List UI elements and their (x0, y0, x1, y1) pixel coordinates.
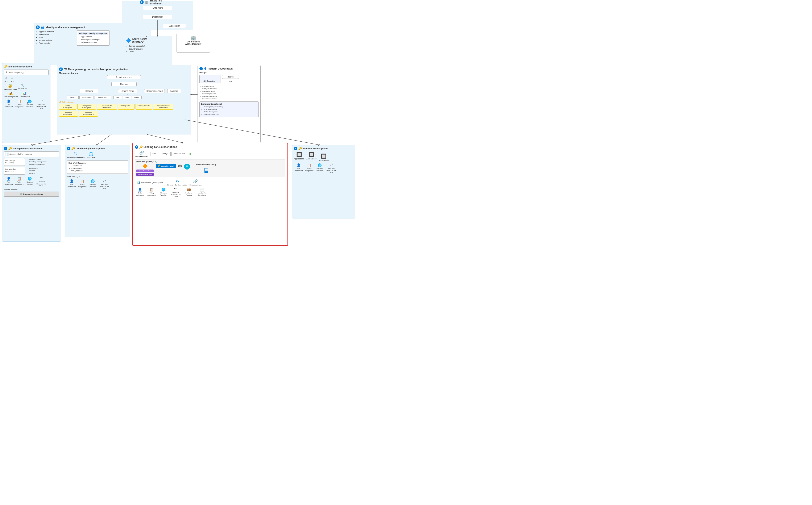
landing-zone-subs-section: F 🔑 Landing zone subscriptions 🔗 Virtual… (132, 143, 288, 246)
badge-i: I (199, 67, 203, 70)
conn-subs-title: Connectivity subscriptions (75, 147, 105, 150)
identity-sub-box: Identity subscription (59, 104, 76, 110)
mgmt-group-section: C 🏗 Management group and subscription or… (57, 65, 191, 135)
extra-icons: 👁 M (178, 164, 190, 170)
conn-sub-box: Connectivity subscription (97, 104, 117, 110)
resource-groups-section: Resource groups(s) 🔧 🔶 User Node Pool Sy… (135, 159, 285, 177)
enrollment-box: Enrollment (143, 6, 172, 10)
aad-section: 🔷 Azure ActiveDirectory Service principa… (124, 36, 172, 69)
tenant-root-box: Tenant root group (107, 75, 141, 79)
dc-row: 🖥 DC1 🖥 DC2 (4, 76, 48, 82)
lz-a1-box: Landing zone A1 (118, 104, 135, 110)
aad-title: Azure ActiveDirectory (132, 38, 147, 43)
log-analytics-row: Log analytics workspace Dashboards Queri… (4, 167, 59, 175)
corp-box: Corp (123, 96, 131, 99)
ddos-dns-row: 🛡 Azure DDoS Standard 🌐 Azure DNS (67, 152, 128, 159)
onprem-systems-box: 🏢 On-premises systems (4, 192, 59, 197)
v-line (124, 80, 124, 81)
sandbox2-box: Sandbox subscription 2 (79, 111, 98, 117)
onprem-title: On-premisesActive Directory (178, 40, 208, 45)
iam-list: Approval workflow Notifications MFA Acce… (36, 30, 65, 45)
connectivity-mg-box: Connectivity (95, 96, 111, 99)
mgmt-title: Management group and subscription organi… (68, 68, 128, 71)
department-box: Department (143, 15, 172, 19)
nsg-box: NSG/ASG(s) (171, 152, 187, 156)
pipeline-box: Deployment pipeline(s) Subscription prov… (199, 102, 259, 117)
lz-subs-title: Landing zone subscriptions (144, 146, 177, 149)
sandbox-bottom-icons: 👤 Role entitlement 📋 Policy assignment 🌐… (294, 163, 353, 174)
user-node-pool: User Node Pool (136, 170, 154, 172)
aad-list: Service principal(s) Security group(s) U… (126, 45, 170, 53)
identity-subs-section: 🔑 Identity subscriptions 🖥 Resource grou… (2, 63, 50, 143)
sandbox1-box: Sandbox subscription 1 (59, 111, 78, 117)
udr-box: UDR(s) (160, 152, 171, 156)
sandbox-subs-title: Sandbox subscriptions (303, 147, 328, 150)
lz-bottom-icons: 👤 Role entitlement 📋 Policy assignment 🌐… (135, 188, 285, 198)
git-boards-row: ⬡ Git Repository Boards Wiki (199, 75, 259, 83)
badge-f: F (135, 145, 138, 149)
online-box: Online (132, 96, 142, 99)
hub-vnet-box: Hub VNet Region 1 Azure Firewall Express… (67, 161, 128, 174)
recovery-vault: ♻ Recovery Services vault(s) (167, 179, 187, 186)
identity-mg-box: Identity (67, 96, 78, 99)
dc1-label: DC1 (4, 80, 8, 82)
log-analytics-box: Log analytics workspace (4, 167, 25, 175)
conn-bottom-icons: 👤 Role entitlement 📋 Policy assignment 🌐… (67, 179, 128, 189)
badge-b: B (36, 25, 40, 29)
badge-a: A (140, 0, 144, 4)
resource-groups-box: 🖥 Resource group(s) (4, 69, 48, 75)
vnet-row: 🔗 Virtual network DNS UDR(s) NSG/ASG(s) … (135, 150, 285, 158)
definitions-list: Role definitions PolicySet definitions P… (199, 85, 259, 100)
devops-title: Platform DevOps team (208, 67, 232, 70)
mgmt-bottom-icons: 👤 Role entitlement 📋 Policy assignment 🌐… (4, 177, 59, 187)
mgmt-subs-title: Management subscriptions (13, 147, 42, 150)
v-line3 (89, 94, 89, 95)
mgmt-sub-box: Management subscription (77, 104, 96, 110)
lz-dashboards-box: 📊 Dashboards (Azure portal) (135, 179, 165, 186)
decom-sub-box: Decommissioned subscription (153, 104, 173, 110)
diagram-container: A 🏢 Enterprise enrollment Enrollment Dep… (0, 0, 406, 252)
hline1 (154, 26, 159, 26)
connectivity-subs-section: E 🔑 Connectivity subscriptions 🛡 Azure D… (65, 145, 130, 237)
arrow-to-pim (68, 38, 74, 38)
node-rg-section: Node Resource Group 🖥 (196, 164, 216, 174)
dns-box: DNS (150, 152, 159, 156)
boards-box: Boards (222, 75, 239, 79)
vnet-peering-label: VNet peering → (67, 175, 128, 177)
cost-monitor-row: 💰 Cost management 📊 Azure Monitor (4, 92, 48, 98)
onprem-ad-section: 🏢 On-premisesActive Directory (176, 34, 210, 52)
dc2-label: DC2 (10, 80, 14, 82)
identity-subs-title: Identity subscriptions (8, 65, 32, 68)
badge-e: E (67, 147, 70, 150)
iam-title: Identity and access management (46, 26, 85, 29)
svg-line-4 (97, 135, 111, 145)
decommissioned-box: Decommissioned (144, 89, 165, 93)
subscription-box: Subscription (163, 24, 186, 28)
lz-a2-box: Landing zone A2 (136, 104, 152, 110)
platform-box: Platform (79, 89, 98, 93)
git-repo-box: ⬡ Git Repository (199, 75, 220, 83)
enterprise-enrollment-title: Enterprise enrollment (149, 0, 175, 5)
automation-list: Change tracking Inventory management Upd… (26, 158, 46, 166)
subset-label: Subset (4, 189, 59, 191)
svg-line-5 (147, 135, 183, 143)
sap-box: SAP (114, 96, 122, 99)
lz-services-row: 📊 Dashboards (Azure portal) ♻ Recovery S… (135, 179, 285, 186)
devops-label: DevOps (199, 71, 206, 74)
management-mg-box: Management (79, 96, 94, 99)
shared-services: 🔗 Shared services (189, 179, 201, 186)
sandbox-box: Sandbox (167, 89, 181, 93)
automation-row: Automation account(s) Change tracking In… (4, 158, 59, 166)
contoso-box: Contoso (111, 82, 137, 86)
badge-c: C (59, 67, 63, 71)
dashboards-box: 📊 Dashboards (Azure portal) (4, 151, 59, 157)
sandbox-apps: 🔲 Applications 🔲 Applications 🔲 Applicat… (294, 152, 353, 162)
sandbox-subs-section: H 🔑 Sandbox subscriptions 🔲 Applications… (292, 145, 355, 218)
badge-h: H (294, 147, 297, 150)
automation-box: Automation account(s) (4, 158, 25, 166)
log-list: Dashboards Queries Alerting (26, 167, 38, 175)
kv-azure-monitor-row: 🔐 Azure Key Vault 🔧 Recovery... (4, 84, 48, 90)
landing-zones-box: Landing zones (118, 89, 137, 93)
system-node-pool: System Node Pool (136, 173, 154, 176)
aks-section: 🔶 User Node Pool System Node Pool (136, 164, 154, 176)
